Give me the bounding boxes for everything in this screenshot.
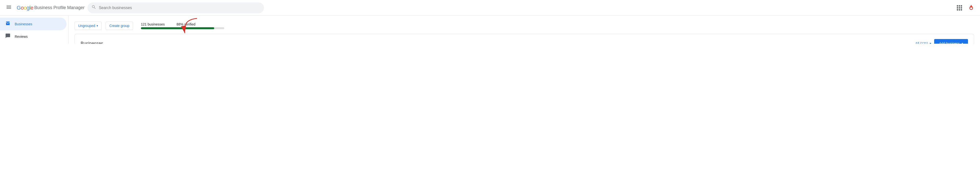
ungrouped-label: Ungrouped — [78, 24, 95, 28]
chevron-down-icon: ▾ — [97, 24, 98, 27]
header-left: Google Business Profile Manager — [4, 2, 84, 13]
businesses-header: Businesses All (121) ▾ Add business ▾ — [81, 39, 968, 44]
verified-pct: 88% verified — [177, 22, 195, 26]
sidebar-item-businesses-label: Businesses — [15, 22, 32, 26]
menu-icon[interactable] — [4, 2, 14, 13]
businesses-count: 121 businesses — [141, 22, 165, 26]
app-logo: Google Business Profile Manager — [17, 5, 84, 11]
all-filter-label: All (121) — [915, 42, 928, 44]
header-right — [955, 3, 976, 13]
add-business-button[interactable]: Add business ▾ — [934, 39, 968, 44]
chevron-down-icon: ▾ — [962, 42, 963, 44]
sidebar-item-reviews[interactable]: Reviews — [0, 30, 67, 43]
businesses-section: Businesses All (121) ▾ Add business ▾ — [75, 34, 974, 44]
content-area: Ungrouped ▾ Create group 121 businesses … — [68, 16, 980, 44]
sidebar-item-businesses[interactable]: Businesses — [0, 18, 67, 30]
chevron-down-icon: ▾ — [929, 42, 931, 44]
businesses-actions: All (121) ▾ Add business ▾ — [915, 39, 968, 44]
flame-icon — [966, 3, 976, 13]
ungrouped-dropdown[interactable]: Ungrouped ▾ — [75, 22, 102, 30]
verified-progress-bar — [141, 27, 224, 29]
all-filter-dropdown[interactable]: All (121) ▾ — [915, 42, 931, 44]
businesses-title: Businesses — [81, 41, 103, 44]
sidebar-item-reviews-label: Reviews — [15, 35, 28, 39]
app-header: Google Business Profile Manager — [0, 0, 980, 16]
toolbar-row: Ungrouped ▾ Create group 121 businesses … — [75, 20, 974, 30]
create-group-button[interactable]: Create group — [106, 22, 133, 30]
stats-section: 121 businesses 88% verified — [141, 22, 224, 29]
stats-row: 121 businesses 88% verified — [141, 22, 224, 26]
main-layout: Businesses Reviews Verifications — [0, 16, 980, 44]
create-group-label: Create group — [109, 24, 129, 28]
reviews-icon — [5, 33, 11, 40]
progress-fill — [141, 27, 214, 29]
sidebar-item-verifications[interactable]: Verifications — [0, 43, 67, 44]
search-bar[interactable] — [88, 2, 264, 13]
sidebar: Businesses Reviews Verifications — [0, 16, 68, 44]
businesses-icon — [5, 21, 11, 27]
apps-icon[interactable] — [955, 3, 964, 13]
search-input[interactable] — [99, 6, 260, 10]
google-logo: Google — [17, 5, 33, 11]
search-icon — [91, 5, 96, 11]
add-business-label: Add business — [939, 42, 960, 44]
app-name: Business Profile Manager — [34, 5, 84, 10]
